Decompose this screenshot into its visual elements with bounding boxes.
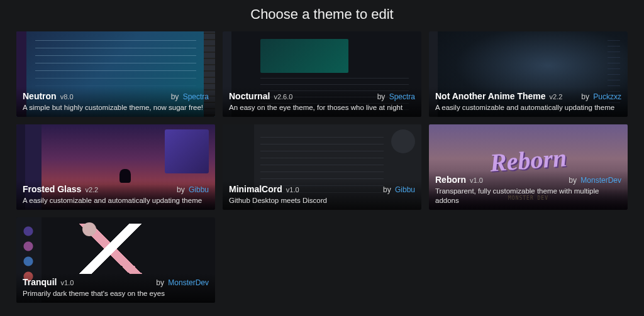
theme-author-link[interactable]: Gibbu [189,185,209,194]
theme-info: Neutron v8.0by SpectraA simple but highl… [16,87,215,117]
theme-name: Nocturnal [229,91,270,101]
theme-name: Neutron [23,91,57,101]
author-prefix: by [383,185,393,194]
theme-version: v1.0 [284,186,299,193]
theme-version: v2.6.0 [272,93,292,101]
theme-info: Reborn v1.0by MonsterDevTransparent, ful… [429,170,628,210]
page-title: Choose a theme to edit [0,0,644,31]
theme-info: Not Another Anime Theme v2.2by PuckzxzA … [429,87,628,117]
theme-info: Tranquil v1.0by MonsterDevPrimarily dark… [16,273,215,303]
theme-card[interactable]: Frosted Glass v2.2by GibbuA easily custo… [16,124,215,210]
theme-description: An easy on the eye theme, for thoses who… [229,103,415,112]
theme-version: v8.0 [58,93,74,101]
theme-card[interactable]: Nocturnal v2.6.0by SpectraAn easy on the… [223,31,421,117]
author-prefix: by [377,92,387,101]
theme-author-link[interactable]: MonsterDev [168,278,209,287]
theme-author-link[interactable]: Spectra [389,92,415,101]
author-prefix: by [569,176,579,185]
theme-name: Tranquil [23,277,57,287]
theme-description: A simple but highly customizable theme, … [23,103,209,112]
theme-card[interactable]: Tranquil v1.0by MonsterDevPrimarily dark… [16,217,215,303]
theme-description: A easily customizable and automatically … [23,196,209,205]
theme-description: A easily customizable and automatically … [435,103,621,112]
theme-info: MinimalCord v1.0by GibbuGithub Desktop m… [223,180,421,210]
theme-name: Not Another Anime Theme [435,91,546,101]
theme-name: Reborn [435,175,466,185]
author-prefix: by [171,92,181,101]
author-prefix: by [177,185,187,194]
author-prefix: by [156,278,166,287]
theme-info: Frosted Glass v2.2by GibbuA easily custo… [16,180,215,210]
theme-author-link[interactable]: MonsterDev [580,176,621,185]
theme-name: Frosted Glass [23,184,81,194]
theme-author-link[interactable]: Gibbu [395,185,415,194]
theme-version: v2.2 [83,186,98,193]
theme-name: MinimalCord [229,184,282,194]
theme-version: v1.0 [58,279,74,286]
theme-author-link[interactable]: Puckzxz [593,92,621,101]
theme-version: v2.2 [548,93,563,101]
theme-card[interactable]: Not Another Anime Theme v2.2by PuckzxzA … [429,31,628,117]
theme-description: Primarily dark theme that's easy on the … [23,289,209,298]
theme-version: v1.0 [468,177,483,184]
theme-info: Nocturnal v2.6.0by SpectraAn easy on the… [223,87,421,117]
theme-card[interactable]: MinimalCord v1.0by GibbuGithub Desktop m… [223,124,421,210]
author-prefix: by [581,92,591,101]
theme-author-link[interactable]: Spectra [183,92,209,101]
theme-description: Transparent, fully customizable theme wi… [435,187,621,205]
theme-description: Github Desktop meets Discord [229,196,415,205]
theme-grid: Neutron v8.0by SpectraA simple but highl… [0,31,644,303]
theme-card[interactable]: RebornMONSTER DEVReborn v1.0by MonsterDe… [429,124,628,210]
theme-card[interactable]: Neutron v8.0by SpectraA simple but highl… [16,31,215,117]
